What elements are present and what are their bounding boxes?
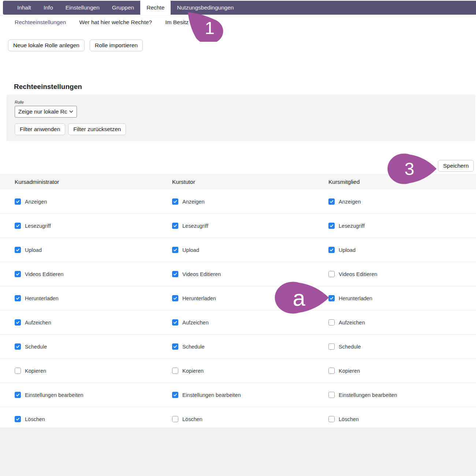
permission-row: ScheduleScheduleSchedule	[0, 335, 476, 359]
permission-row: HerunterladenHerunterladenHerunterladen	[0, 286, 476, 310]
permission-label: Einstellungen bearbeiten	[25, 392, 83, 398]
checkbox-checked-icon[interactable]	[328, 247, 335, 253]
role-filter-label: Rolle	[15, 100, 475, 104]
role-select[interactable]: Zeige nur lokale Rc	[15, 106, 77, 118]
checkbox-unchecked-icon[interactable]	[172, 368, 178, 374]
permission-cell: Kopieren	[314, 368, 476, 374]
permission-label: Anzeigen	[25, 199, 47, 205]
checkbox-unchecked-icon[interactable]	[15, 368, 21, 374]
permission-row: Einstellungen bearbeitenEinstellungen be…	[0, 383, 476, 407]
permission-label: Anzeigen	[182, 199, 204, 205]
subnav-link[interactable]: Wer hat hier welche Rechte?	[79, 19, 152, 26]
checkbox-checked-icon[interactable]	[172, 223, 178, 229]
checkbox-checked-icon[interactable]	[172, 319, 178, 326]
checkbox-unchecked-icon[interactable]	[172, 416, 178, 422]
nav-tab-nutzungsbedingungen[interactable]: Nutzungsbedingungen	[171, 1, 240, 15]
subnav-link[interactable]: Rechteeinstellungen	[15, 19, 66, 26]
permission-cell: Lesezugriff	[314, 223, 476, 229]
permission-label: Schedule	[339, 344, 361, 350]
checkbox-checked-icon[interactable]	[172, 247, 178, 253]
checkbox-checked-icon[interactable]	[172, 343, 178, 350]
checkbox-unchecked-icon[interactable]	[328, 368, 335, 374]
save-button[interactable]: Speichern	[438, 160, 474, 172]
checkbox-checked-icon[interactable]	[15, 416, 21, 422]
nav-tab-gruppen[interactable]: Gruppen	[106, 1, 140, 15]
permission-row: Videos EditierenVideos EditierenVideos E…	[0, 262, 476, 286]
checkbox-checked-icon[interactable]	[15, 392, 21, 398]
permission-label: Schedule	[25, 344, 47, 350]
permissions-header-row: KursadministratorKurstutorKursmitglied	[0, 174, 476, 190]
new-local-role-button[interactable]: Neue lokale Rolle anlegen	[8, 40, 85, 51]
permission-row: AnzeigenAnzeigenAnzeigen	[0, 190, 476, 214]
permission-cell: Lesezugriff	[0, 223, 157, 229]
permission-label: Herunterladen	[339, 295, 372, 301]
permission-label: Herunterladen	[25, 295, 59, 301]
permission-label: Videos Editieren	[25, 271, 63, 277]
permission-label: Lesezugriff	[339, 223, 365, 229]
footer-background	[0, 428, 476, 476]
permission-cell: Aufzeichen	[0, 319, 157, 326]
permission-label: Einstellungen bearbeiten	[182, 392, 241, 398]
subnav-link[interactable]: Im Besitz	[165, 19, 189, 26]
checkbox-checked-icon[interactable]	[172, 271, 178, 277]
permission-cell: Löschen	[0, 416, 157, 422]
checkbox-unchecked-icon[interactable]	[328, 392, 335, 398]
permission-cell: Herunterladen	[314, 295, 476, 301]
page-title: Rechteeinstellungen	[14, 83, 82, 91]
checkbox-unchecked-icon[interactable]	[328, 271, 335, 277]
nav-tab-rechte[interactable]: Rechte	[140, 0, 171, 15]
chevron-down-icon	[69, 110, 73, 113]
permission-cell: Einstellungen bearbeiten	[314, 392, 476, 398]
navbar-divider	[0, 15, 476, 15]
checkbox-checked-icon[interactable]	[328, 295, 335, 301]
permission-cell: Kopieren	[0, 368, 157, 374]
nav-tab-info[interactable]: Info	[37, 1, 59, 15]
checkbox-checked-icon[interactable]	[15, 247, 21, 253]
checkbox-checked-icon[interactable]	[15, 223, 21, 229]
permission-cell: Schedule	[157, 343, 314, 350]
permissions-column-header: Kurstutor	[157, 179, 314, 185]
permission-label: Kopieren	[182, 368, 204, 374]
checkbox-checked-icon[interactable]	[15, 198, 21, 205]
filter-reset-button[interactable]: Filter zurücksetzen	[68, 123, 126, 135]
permission-label: Löschen	[25, 416, 45, 422]
permission-cell: Löschen	[314, 416, 476, 422]
sub-navigation: RechteeinstellungenWer hat hier welche R…	[15, 19, 189, 26]
checkbox-checked-icon[interactable]	[328, 198, 335, 205]
checkbox-checked-icon[interactable]	[328, 223, 335, 229]
checkbox-unchecked-icon[interactable]	[328, 416, 335, 422]
permission-cell: Schedule	[314, 343, 476, 350]
checkbox-checked-icon[interactable]	[15, 319, 21, 326]
checkbox-checked-icon[interactable]	[172, 198, 178, 205]
annotation-step-number: 1	[196, 15, 224, 41]
nav-tab-einstellungen[interactable]: Einstellungen	[59, 1, 106, 15]
checkbox-checked-icon[interactable]	[15, 271, 21, 277]
permission-cell: Anzeigen	[157, 198, 314, 205]
permission-cell: Aufzeichen	[314, 319, 476, 326]
filter-apply-button[interactable]: Filter anwenden	[15, 123, 65, 135]
role-select-value: Zeige nur lokale Rc	[18, 108, 67, 115]
permission-label: Herunterladen	[182, 295, 216, 301]
permission-label: Anzeigen	[339, 199, 361, 205]
checkbox-checked-icon[interactable]	[172, 295, 178, 301]
permission-cell: Upload	[157, 247, 314, 253]
permission-cell: Videos Editieren	[0, 271, 157, 277]
balloon-teardrop-icon	[187, 11, 228, 42]
import-role-button[interactable]: Rolle importieren	[90, 40, 143, 51]
permission-cell: Videos Editieren	[314, 271, 476, 277]
permission-label: Videos Editieren	[182, 271, 221, 277]
filter-panel: Rolle Zeige nur lokale Rc Filter anwende…	[7, 94, 475, 141]
checkbox-unchecked-icon[interactable]	[328, 343, 335, 350]
permission-label: Upload	[182, 247, 199, 253]
checkbox-unchecked-icon[interactable]	[328, 319, 335, 326]
nav-tab-inhalt[interactable]: Inhalt	[11, 1, 37, 15]
permission-label: Videos Editieren	[339, 271, 377, 277]
permission-cell: Löschen	[157, 416, 314, 422]
checkbox-checked-icon[interactable]	[15, 343, 21, 350]
filter-buttons: Filter anwenden Filter zurücksetzen	[15, 123, 475, 135]
permission-label: Lesezugriff	[25, 223, 51, 229]
checkbox-checked-icon[interactable]	[172, 392, 178, 398]
permission-cell: Aufzeichen	[157, 319, 314, 326]
permission-label: Upload	[25, 247, 42, 253]
checkbox-checked-icon[interactable]	[15, 295, 21, 301]
